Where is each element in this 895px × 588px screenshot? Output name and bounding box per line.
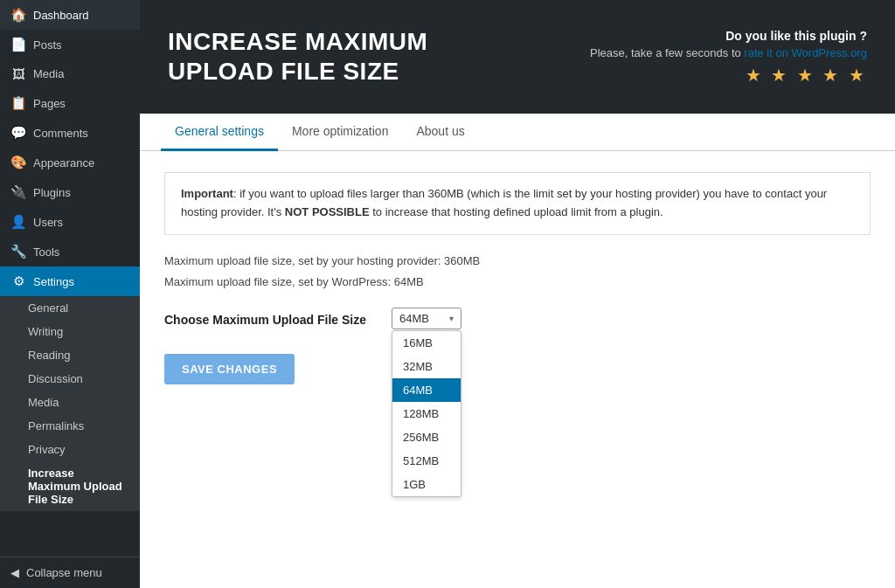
comments-icon: 💬 [10, 125, 26, 141]
dropdown-option-16mb[interactable]: 16MB [392, 331, 461, 355]
dropdown-option-64mb[interactable]: 64MB [392, 378, 461, 402]
chevron-down-icon: ▾ [449, 314, 454, 323]
notice-bold-intro: Important [181, 187, 233, 200]
sidebar-label-plugins: Plugins [33, 186, 71, 199]
tab-about-us[interactable]: About us [402, 114, 478, 151]
settings-submenu: GeneralWritingReadingDiscussionMediaPerm… [0, 296, 140, 511]
dropdown-option-128mb[interactable]: 128MB [392, 402, 461, 425]
submenu-item-general[interactable]: General [0, 296, 140, 320]
sidebar-label-settings: Settings [33, 275, 74, 288]
submenu-item-writing[interactable]: Writing [0, 320, 140, 343]
sidebar-label-users: Users [33, 216, 63, 229]
save-changes-button[interactable]: SAVE CHANGES [164, 354, 295, 384]
file-size-dropdown-menu: 16MB32MB64MB128MB256MB512MB1GB [392, 330, 461, 497]
tab-more-optimization[interactable]: More optimization [278, 114, 403, 151]
submenu-item-media[interactable]: Media [0, 391, 140, 414]
active-arrow-icon [133, 274, 140, 288]
sidebar-label-pages: Pages [33, 97, 66, 110]
sidebar-item-posts[interactable]: 📄Posts [0, 30, 140, 59]
submenu-item-privacy[interactable]: Privacy [0, 438, 140, 461]
submenu-item-permalinks[interactable]: Permalinks [0, 414, 140, 438]
pages-icon: 📋 [10, 95, 26, 111]
sidebar-label-tools: Tools [33, 246, 59, 259]
sidebar: 🏠Dashboard📄Posts🖼Media📋Pages💬Comments🎨Ap… [0, 0, 140, 588]
file-size-form-row: Choose Maximum Upload File Size 64MB ▾ 1… [164, 308, 871, 329]
banner-right: Do you like this plugin ? Please, take a… [590, 29, 867, 86]
file-size-dropdown-wrapper: 64MB ▾ 16MB32MB64MB128MB256MB512MB1GB [392, 308, 461, 329]
sidebar-label-appearance: Appearance [33, 156, 94, 169]
dropdown-option-256mb[interactable]: 256MB [392, 425, 461, 449]
sidebar-item-users[interactable]: 👤Users [0, 207, 140, 237]
banner-title: INCREASE MAXIMUM UPLOAD FILE SIZE [168, 27, 427, 86]
notice-not-possible: NOT POSSIBLE [285, 205, 370, 218]
collapse-icon: ◀ [10, 566, 19, 579]
settings-icon: ⚙ [10, 273, 26, 289]
dropdown-option-32mb[interactable]: 32MB [392, 355, 461, 378]
sidebar-label-media: Media [33, 67, 64, 80]
plugins-icon: 🔌 [10, 184, 26, 200]
submenu-item-increase-upload[interactable]: Increase Maximum Upload File Size [0, 461, 140, 511]
sidebar-item-pages[interactable]: 📋Pages [0, 88, 140, 118]
dropdown-selected-value: 64MB [399, 312, 429, 325]
collapse-menu-button[interactable]: ◀Collapse menu [0, 557, 140, 588]
sidebar-item-appearance[interactable]: 🎨Appearance [0, 148, 140, 177]
sidebar-item-plugins[interactable]: 🔌Plugins [0, 177, 140, 207]
settings-panel: Important: if you want to upload files l… [140, 151, 895, 405]
sidebar-item-comments[interactable]: 💬Comments [0, 118, 140, 148]
dashboard-icon: 🏠 [10, 7, 26, 23]
notice-text2: to increase that hosting defined upload … [370, 205, 663, 218]
info-lines: Maximum upload file size, set by your ho… [164, 252, 871, 293]
plugin-banner: INCREASE MAXIMUM UPLOAD FILE SIZE Do you… [140, 0, 895, 114]
rate-link[interactable]: rate it on WordPress.org [744, 46, 867, 59]
sidebar-label-dashboard: Dashboard [33, 9, 89, 22]
tools-icon: 🔧 [10, 244, 26, 259]
form-label: Choose Maximum Upload File Size [164, 308, 374, 327]
tab-bar: General settingsMore optimizationAbout u… [140, 114, 895, 151]
dropdown-option-512mb[interactable]: 512MB [392, 449, 461, 473]
dropdown-option-1gb[interactable]: 1GB [392, 473, 461, 496]
submenu-item-discussion[interactable]: Discussion [0, 367, 140, 391]
sidebar-item-tools[interactable]: 🔧Tools [0, 237, 140, 266]
content-area: General settingsMore optimizationAbout u… [140, 114, 895, 588]
sidebar-item-settings[interactable]: ⚙Settings [0, 266, 140, 296]
sidebar-label-comments: Comments [33, 127, 88, 140]
appearance-icon: 🎨 [10, 155, 26, 170]
tab-general-settings[interactable]: General settings [161, 114, 278, 151]
sidebar-item-dashboard[interactable]: 🏠Dashboard [0, 0, 140, 30]
info-line: Maximum upload file size, set by your ho… [164, 252, 871, 271]
notice-box: Important: if you want to upload files l… [164, 172, 871, 235]
sidebar-item-media[interactable]: 🖼Media [0, 59, 140, 88]
file-size-dropdown-trigger[interactable]: 64MB ▾ [392, 308, 461, 329]
star-rating: ★ ★ ★ ★ ★ [590, 65, 867, 86]
media-icon: 🖼 [10, 66, 26, 81]
rate-text: Please, take a few seconds to rate it on… [590, 46, 867, 59]
posts-icon: 📄 [10, 37, 26, 52]
info-line: Maximum upload file size, set by WordPre… [164, 273, 871, 292]
plugin-question-text: Do you like this plugin ? [590, 29, 867, 43]
sidebar-label-posts: Posts [33, 38, 62, 52]
collapse-label: Collapse menu [26, 566, 102, 579]
submenu-item-reading[interactable]: Reading [0, 343, 140, 367]
main-content: INCREASE MAXIMUM UPLOAD FILE SIZE Do you… [140, 0, 895, 588]
users-icon: 👤 [10, 214, 26, 230]
